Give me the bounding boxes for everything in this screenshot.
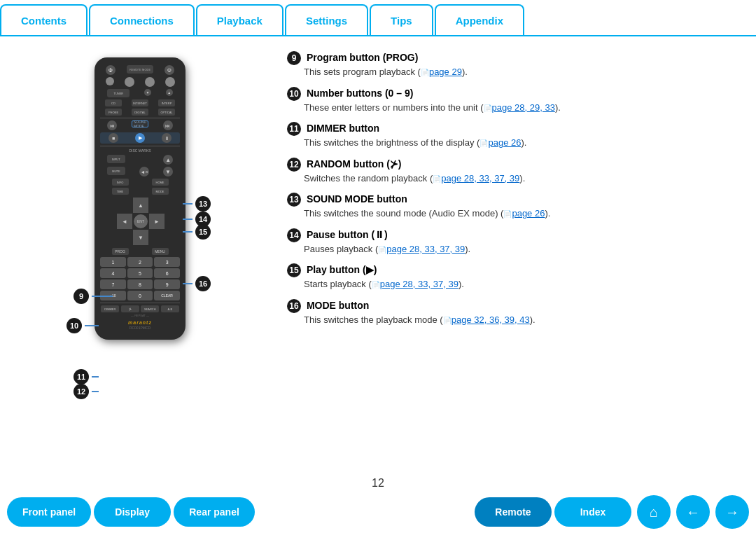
home-icon: ⌂: [650, 504, 658, 520]
num-badge-12: 12: [287, 158, 301, 172]
num-badge-9: 9: [287, 51, 301, 65]
home-button[interactable]: ⌂: [637, 495, 671, 529]
top-navigation: Contents Connections Playback Settings T…: [0, 0, 756, 36]
num-badge-10: 10: [287, 87, 301, 101]
info-item-13: 13 SOUND MODE button This switches the s…: [287, 192, 742, 221]
label-11: 11: [74, 369, 89, 385]
info-item-9: 9 Program button (PROG) This sets progra…: [287, 50, 742, 79]
num-badge-14: 14: [287, 228, 301, 242]
label-15: 15: [195, 224, 211, 240]
main-content: ⏻ REMOTE MODE ⏻ TUNER ▼ ▲: [0, 36, 756, 471]
info-panel: 9 Program button (PROG) This sets progra…: [280, 43, 756, 464]
back-button[interactable]: ←: [676, 495, 710, 529]
remote-diagram-area: ⏻ REMOTE MODE ⏻ TUNER ▼ ▲: [0, 43, 280, 464]
info-item-11: 11 DIMMER button This switches the brigh…: [287, 121, 742, 150]
bottom-btn-index[interactable]: Index: [554, 497, 631, 527]
tab-appendix[interactable]: Appendix: [435, 4, 524, 35]
label-9: 9: [74, 289, 89, 304]
tab-connections[interactable]: Connections: [89, 4, 195, 35]
label-12: 12: [74, 384, 89, 399]
info-item-12: 12 RANDOM button (⊁) Switches the random…: [287, 157, 742, 186]
bottom-btn-front-panel[interactable]: Front panel: [7, 497, 91, 527]
tab-contents[interactable]: Contents: [0, 4, 88, 35]
num-badge-13: 13: [287, 193, 301, 207]
label-16: 16: [195, 276, 211, 291]
bottom-navigation: Front panel Display Rear panel Remote In…: [0, 491, 756, 533]
forward-button[interactable]: →: [715, 495, 749, 529]
info-item-14: 14 Pause button (⏸) Pauses playback (📄pa…: [287, 228, 742, 256]
bottom-btn-display[interactable]: Display: [94, 497, 171, 527]
tab-settings[interactable]: Settings: [285, 4, 368, 35]
tab-playback[interactable]: Playback: [196, 4, 284, 35]
forward-icon: →: [725, 504, 739, 520]
bottom-btn-rear-panel[interactable]: Rear panel: [174, 497, 255, 527]
info-item-16: 16 MODE button This switches the playbac…: [287, 298, 742, 327]
num-badge-16: 16: [287, 299, 301, 313]
label-13: 13: [195, 196, 211, 212]
info-item-10: 10 Number buttons (0 – 9) These enter le…: [287, 86, 742, 115]
tab-tips[interactable]: Tips: [370, 4, 433, 35]
info-item-15: 15 Play button (▶) Starts playback (📄pag…: [287, 263, 742, 291]
num-badge-15: 15: [287, 263, 301, 277]
label-10: 10: [66, 318, 82, 333]
back-icon: ←: [686, 504, 700, 520]
bottom-btn-remote[interactable]: Remote: [475, 497, 552, 527]
num-badge-11: 11: [287, 122, 301, 136]
page-number: 12: [372, 477, 384, 490]
